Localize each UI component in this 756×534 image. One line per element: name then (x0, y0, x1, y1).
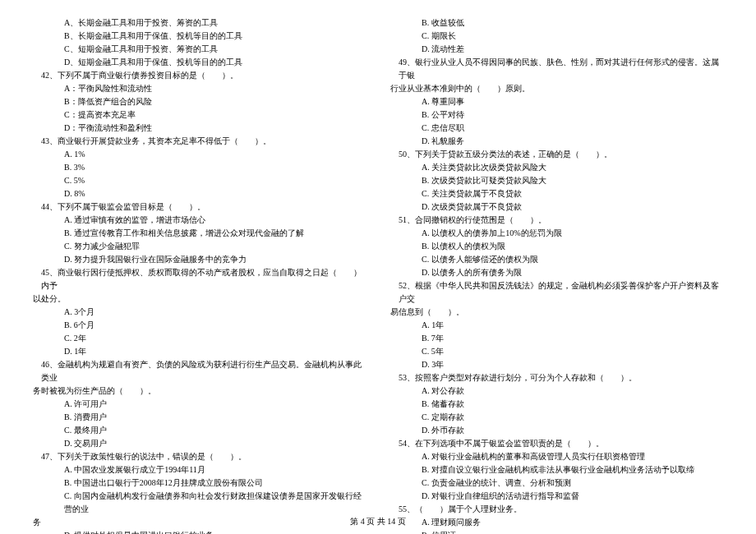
option: B. 通过宣传教育工作和相关信息披露，增进公众对现代金融的了解 (33, 227, 366, 240)
option: A. 尊重同事 (390, 95, 723, 108)
question-51: 51、合同撤销权的行使范围是（ ）。 (390, 214, 723, 227)
option: C. 5年 (390, 345, 723, 358)
option: A. 1% (33, 148, 366, 161)
question-45: 45、商业银行因行使抵押权、质权而取得的不动产或者股权，应当自取得之日起（ ）内… (33, 266, 366, 292)
option: D. 1年 (33, 345, 366, 358)
question-47: 47、下列关于政策性银行的说法中，错误的是（ ）。 (33, 450, 366, 463)
option: D. 外币存款 (390, 424, 723, 437)
option: C. 定期存款 (390, 411, 723, 424)
option: C. 期限长 (390, 30, 723, 43)
option: B：降低资产组合的风险 (33, 95, 366, 108)
option: B、长期金融工具和用于保值、投机等目的的工具 (33, 30, 366, 43)
option: B. 消费用户 (33, 411, 366, 424)
option: A. 关注类贷款比次级类贷款风险大 (390, 161, 723, 174)
question-54: 54、在下列选项中不属于银监会监管职责的是（ ）。 (390, 437, 723, 450)
option: D. 流动性差 (390, 43, 723, 56)
option: B. 以债权人的债权为限 (390, 240, 723, 253)
option: C. 向国内金融机构发行金融债券和向社会发行财政担保建设债券是国家开发银行经营的… (33, 490, 366, 516)
option: B. 3% (33, 161, 366, 174)
question-52: 52、根据《中华人民共和国反洗钱法》的规定，金融机构必须妥善保护客户开户资料及客… (390, 279, 723, 306)
option: C. 以债务人能够偿还的债权为限 (390, 253, 723, 266)
option: B. 信用证 (390, 529, 723, 534)
option: D. 交易用户 (33, 437, 366, 450)
option: C. 最终用户 (33, 424, 366, 437)
question-44: 44、下列不属于银监会监管目标是（ ）。 (33, 200, 366, 214)
option: D. 3年 (390, 358, 723, 371)
question-46: 46、金融机构为规避自有资产、负债的风险或为获利进行衍生产品交易。金融机构从事此… (33, 358, 366, 384)
option: B. 储蓄存款 (390, 398, 723, 411)
option: A：平衡风险性和流动性 (33, 82, 366, 95)
question-49: 49、银行业从业人员不得因同事的民族、肤色、性别，而对其进行任何形式的侵害。这属… (390, 56, 723, 82)
option: D：平衡流动性和盈利性 (33, 122, 366, 135)
option: B. 中国进出口银行于2008年12月挂牌成立股份有限公司 (33, 476, 366, 490)
option: C. 2年 (33, 332, 366, 345)
option: B. 6个月 (33, 319, 366, 332)
option: C. 努力减少金融犯罪 (33, 240, 366, 253)
option: B. 收益较低 (390, 16, 723, 30)
option: D. 努力提升我国银行业在国际金融服务中的竞争力 (33, 253, 366, 266)
option: B. 对擅自设立银行业金融机构或非法从事银行业金融机构业务活动予以取缔 (390, 463, 723, 476)
option: A. 许可用户 (33, 398, 366, 411)
option: B. 次级类贷款比可疑类贷款风险大 (390, 174, 723, 187)
left-column: A、长期金融工具和用于投资、筹资的工具 B、长期金融工具和用于保值、投机等目的的… (33, 16, 366, 501)
option: A. 以债权人的债券加上10%的惩罚为限 (390, 227, 723, 240)
option: C：提高资本充足率 (33, 108, 366, 122)
option: C. 关注类贷款属于不良贷款 (390, 187, 723, 200)
question-46-cont: 务时被视为衍生产品的（ ）。 (33, 384, 366, 398)
question-52-cont: 易信息到（ ）。 (390, 306, 723, 319)
option: D、短期金融工具和用于保值、投机等目的的工具 (33, 56, 366, 69)
option: C. 负责金融业的统计、调查、分析和预测 (390, 476, 723, 490)
right-column: B. 收益较低 C. 期限长 D. 流动性差 49、银行业从业人员不得因同事的民… (390, 16, 723, 501)
question-42: 42、下列不属于商业银行债券投资目标的是（ ）。 (33, 69, 366, 82)
option: B. 公平对待 (390, 108, 723, 122)
option: D. 提供对外担保是中国进出口银行的业务 (33, 529, 366, 534)
option: D. 对银行业自律组织的活动进行指导和监督 (390, 490, 723, 503)
question-50: 50、下列关于贷款五级分类法的表述，正确的是（ ）。 (390, 148, 723, 161)
option: A. 3个月 (33, 306, 366, 319)
option: A. 通过审慎有效的监管，增进市场信心 (33, 214, 366, 227)
option: A. 对公存款 (390, 384, 723, 398)
option: A. 1年 (390, 319, 723, 332)
option: A、长期金融工具和用于投资、筹资的工具 (33, 16, 366, 30)
option: A. 对银行业金融机构的董事和高级管理人员实行任职资格管理 (390, 450, 723, 463)
option: A. 中国农业发展银行成立于1994年11月 (33, 463, 366, 476)
option: C、短期金融工具和用于投资、筹资的工具 (33, 43, 366, 56)
question-55: 55、（ ）属于个人理财业务。 (390, 503, 723, 516)
option: C. 5% (33, 174, 366, 187)
option: C. 忠信尽职 (390, 122, 723, 135)
page-footer: 第 4 页 共 14 页 (0, 516, 756, 527)
option: D. 8% (33, 187, 366, 200)
question-43: 43、商业银行开展贷款业务，其资本充足率不得低于（ ）。 (33, 135, 366, 148)
option: D. 礼貌服务 (390, 135, 723, 148)
question-49-cont: 行业从业基本准则中的（ ）原则。 (390, 82, 723, 95)
option: D. 以债务人的所有债务为限 (390, 266, 723, 279)
option: B. 7年 (390, 332, 723, 345)
question-45-cont: 以处分。 (33, 292, 366, 306)
option: D. 次级类贷款属于不良贷款 (390, 200, 723, 214)
question-53: 53、按照客户类型对存款进行划分，可分为个人存款和（ ）。 (390, 371, 723, 384)
